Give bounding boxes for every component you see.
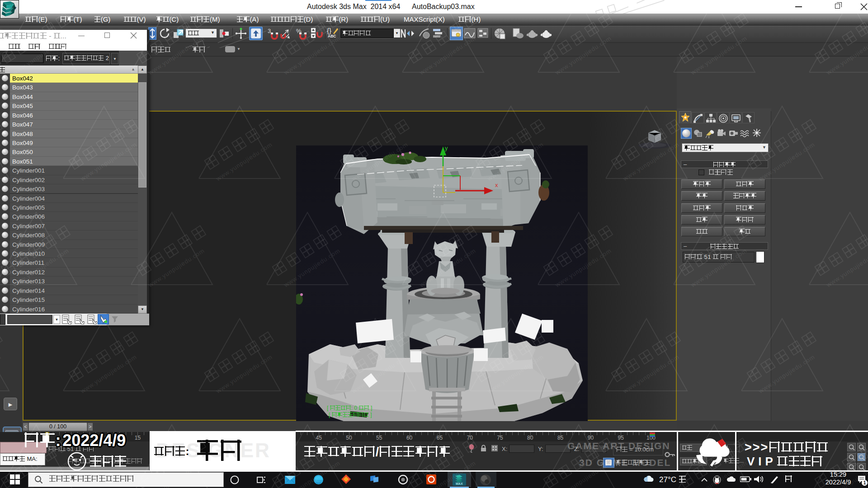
svg-text:x: x <box>495 182 498 188</box>
svg-text:y: y <box>445 145 448 151</box>
svg-text:MAX: MAX <box>456 482 463 485</box>
